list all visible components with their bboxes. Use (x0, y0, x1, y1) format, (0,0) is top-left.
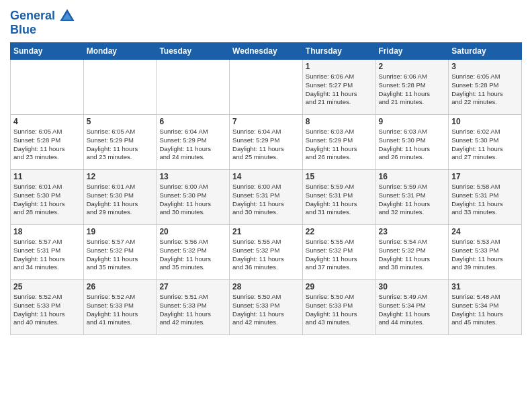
day-info: Sunrise: 6:04 AMSunset: 5:29 PMDaylight:… (232, 128, 300, 162)
calendar-cell: 6Sunrise: 6:04 AMSunset: 5:29 PMDaylight… (157, 115, 230, 170)
calendar-cell: 15Sunrise: 5:59 AMSunset: 5:31 PMDayligh… (302, 170, 375, 225)
day-number: 25 (13, 282, 81, 291)
calendar-cell: 17Sunrise: 5:58 AMSunset: 5:31 PMDayligh… (449, 170, 522, 225)
day-info: Sunrise: 5:57 AMSunset: 5:32 PMDaylight:… (87, 238, 154, 272)
day-number: 3 (451, 62, 519, 71)
day-number: 31 (451, 282, 519, 291)
weekday-header: Monday (83, 43, 157, 60)
weekday-header: Saturday (449, 43, 522, 60)
day-number: 16 (379, 172, 446, 181)
day-number: 22 (306, 227, 373, 236)
day-info: Sunrise: 6:03 AMSunset: 5:30 PMDaylight:… (379, 128, 446, 162)
logo-icon (58, 7, 77, 26)
calendar-cell: 18Sunrise: 5:57 AMSunset: 5:31 PMDayligh… (11, 225, 84, 280)
day-info: Sunrise: 6:05 AMSunset: 5:28 PMDaylight:… (451, 73, 519, 107)
weekday-header: Wednesday (230, 43, 303, 60)
calendar-header: SundayMondayTuesdayWednesdayThursdayFrid… (11, 43, 522, 60)
weekday-header: Friday (375, 43, 449, 60)
calendar-cell (230, 60, 303, 115)
day-info: Sunrise: 6:02 AMSunset: 5:30 PMDaylight:… (451, 128, 519, 162)
calendar-cell: 7Sunrise: 6:04 AMSunset: 5:29 PMDaylight… (230, 115, 303, 170)
day-number: 13 (159, 172, 226, 181)
day-info: Sunrise: 5:51 AMSunset: 5:33 PMDaylight:… (159, 293, 226, 327)
day-number: 6 (159, 117, 226, 126)
calendar-cell: 19Sunrise: 5:57 AMSunset: 5:32 PMDayligh… (83, 225, 157, 280)
day-number: 19 (87, 227, 154, 236)
day-info: Sunrise: 6:04 AMSunset: 5:29 PMDaylight:… (159, 128, 226, 162)
calendar-body: 1Sunrise: 6:06 AMSunset: 5:27 PMDaylight… (11, 60, 522, 335)
calendar-week: 11Sunrise: 6:01 AMSunset: 5:30 PMDayligh… (11, 170, 522, 225)
calendar-cell: 9Sunrise: 6:03 AMSunset: 5:30 PMDaylight… (375, 115, 449, 170)
day-info: Sunrise: 5:52 AMSunset: 5:33 PMDaylight:… (13, 293, 81, 327)
header-row: SundayMondayTuesdayWednesdayThursdayFrid… (11, 43, 522, 60)
calendar-cell: 26Sunrise: 5:52 AMSunset: 5:33 PMDayligh… (83, 280, 157, 335)
calendar-cell (11, 60, 84, 115)
page-container: General Blue SundayMondayTuesdayWednesda… (0, 0, 532, 338)
day-info: Sunrise: 6:01 AMSunset: 5:30 PMDaylight:… (87, 183, 154, 217)
calendar-cell: 21Sunrise: 5:55 AMSunset: 5:32 PMDayligh… (230, 225, 303, 280)
day-number: 18 (13, 227, 81, 236)
day-number: 24 (451, 227, 519, 236)
calendar-week: 4Sunrise: 6:05 AMSunset: 5:28 PMDaylight… (11, 115, 522, 170)
calendar-cell: 29Sunrise: 5:50 AMSunset: 5:33 PMDayligh… (302, 280, 375, 335)
day-info: Sunrise: 5:50 AMSunset: 5:33 PMDaylight:… (306, 293, 373, 327)
day-number: 20 (159, 227, 226, 236)
calendar-cell: 13Sunrise: 6:00 AMSunset: 5:30 PMDayligh… (157, 170, 230, 225)
day-info: Sunrise: 5:54 AMSunset: 5:32 PMDaylight:… (379, 238, 446, 272)
day-number: 26 (87, 282, 154, 291)
day-number: 4 (13, 117, 81, 126)
calendar-week: 18Sunrise: 5:57 AMSunset: 5:31 PMDayligh… (11, 225, 522, 280)
day-info: Sunrise: 5:49 AMSunset: 5:34 PMDaylight:… (379, 293, 446, 327)
calendar-cell: 23Sunrise: 5:54 AMSunset: 5:32 PMDayligh… (375, 225, 449, 280)
day-info: Sunrise: 6:00 AMSunset: 5:31 PMDaylight:… (232, 183, 300, 217)
day-info: Sunrise: 6:00 AMSunset: 5:30 PMDaylight:… (159, 183, 226, 217)
day-info: Sunrise: 5:56 AMSunset: 5:32 PMDaylight:… (159, 238, 226, 272)
calendar-cell: 28Sunrise: 5:50 AMSunset: 5:33 PMDayligh… (230, 280, 303, 335)
calendar-cell: 14Sunrise: 6:00 AMSunset: 5:31 PMDayligh… (230, 170, 303, 225)
calendar-cell: 5Sunrise: 6:05 AMSunset: 5:29 PMDaylight… (83, 115, 157, 170)
day-number: 29 (306, 282, 373, 291)
calendar-cell: 8Sunrise: 6:03 AMSunset: 5:29 PMDaylight… (302, 115, 375, 170)
day-number: 17 (451, 172, 519, 181)
calendar-cell: 2Sunrise: 6:06 AMSunset: 5:28 PMDaylight… (375, 60, 449, 115)
day-info: Sunrise: 5:55 AMSunset: 5:32 PMDaylight:… (232, 238, 300, 272)
day-number: 2 (379, 62, 446, 71)
calendar-cell (157, 60, 230, 115)
weekday-header: Tuesday (157, 43, 230, 60)
weekday-header: Thursday (302, 43, 375, 60)
calendar-cell: 25Sunrise: 5:52 AMSunset: 5:33 PMDayligh… (11, 280, 84, 335)
day-number: 30 (379, 282, 446, 291)
logo-text: General (10, 9, 55, 23)
day-info: Sunrise: 6:06 AMSunset: 5:28 PMDaylight:… (379, 73, 446, 107)
calendar-cell: 27Sunrise: 5:51 AMSunset: 5:33 PMDayligh… (157, 280, 230, 335)
day-number: 21 (232, 227, 300, 236)
day-number: 15 (306, 172, 373, 181)
day-info: Sunrise: 6:05 AMSunset: 5:29 PMDaylight:… (87, 128, 154, 162)
calendar-cell: 4Sunrise: 6:05 AMSunset: 5:28 PMDaylight… (11, 115, 84, 170)
day-number: 27 (159, 282, 226, 291)
calendar-cell: 20Sunrise: 5:56 AMSunset: 5:32 PMDayligh… (157, 225, 230, 280)
calendar-cell: 3Sunrise: 6:05 AMSunset: 5:28 PMDaylight… (449, 60, 522, 115)
day-info: Sunrise: 5:52 AMSunset: 5:33 PMDaylight:… (87, 293, 154, 327)
weekday-header: Sunday (11, 43, 84, 60)
calendar-cell: 1Sunrise: 6:06 AMSunset: 5:27 PMDaylight… (302, 60, 375, 115)
day-info: Sunrise: 6:03 AMSunset: 5:29 PMDaylight:… (306, 128, 373, 162)
calendar-cell: 22Sunrise: 5:55 AMSunset: 5:32 PMDayligh… (302, 225, 375, 280)
header: General Blue (10, 7, 522, 37)
day-info: Sunrise: 5:58 AMSunset: 5:31 PMDaylight:… (451, 183, 519, 217)
calendar-week: 1Sunrise: 6:06 AMSunset: 5:27 PMDaylight… (11, 60, 522, 115)
day-info: Sunrise: 5:48 AMSunset: 5:34 PMDaylight:… (451, 293, 519, 327)
day-number: 14 (232, 172, 300, 181)
calendar-cell: 31Sunrise: 5:48 AMSunset: 5:34 PMDayligh… (449, 280, 522, 335)
day-number: 9 (379, 117, 446, 126)
calendar-cell: 24Sunrise: 5:53 AMSunset: 5:33 PMDayligh… (449, 225, 522, 280)
day-info: Sunrise: 5:50 AMSunset: 5:33 PMDaylight:… (232, 293, 300, 327)
calendar-week: 25Sunrise: 5:52 AMSunset: 5:33 PMDayligh… (11, 280, 522, 335)
day-info: Sunrise: 5:59 AMSunset: 5:31 PMDaylight:… (379, 183, 446, 217)
day-number: 8 (306, 117, 373, 126)
calendar-cell: 30Sunrise: 5:49 AMSunset: 5:34 PMDayligh… (375, 280, 449, 335)
logo: General Blue (10, 7, 77, 37)
day-number: 11 (13, 172, 81, 181)
calendar-cell: 12Sunrise: 6:01 AMSunset: 5:30 PMDayligh… (83, 170, 157, 225)
day-number: 28 (232, 282, 300, 291)
